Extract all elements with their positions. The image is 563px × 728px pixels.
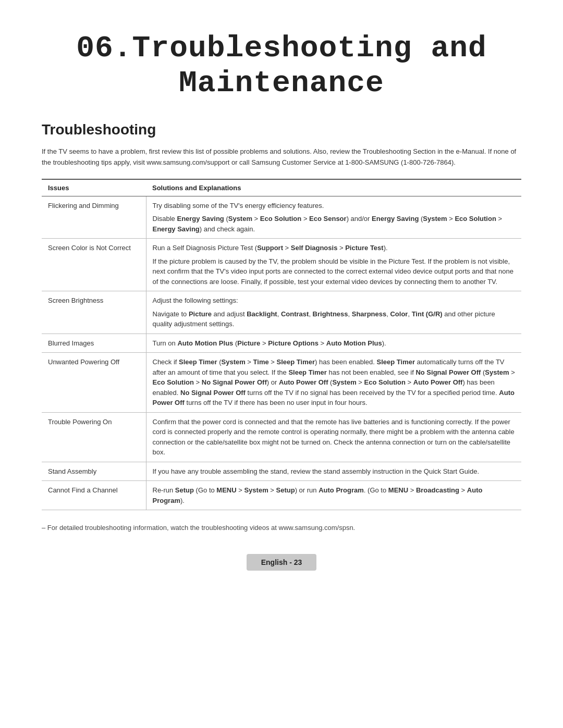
table-row: Flickering and DimmingTry disabling some… bbox=[42, 196, 521, 239]
solution-text: Try disabling some of the TV's energy ef… bbox=[153, 201, 516, 211]
solution-cell: Confirm that the power cord is connected… bbox=[146, 412, 521, 462]
table-row: Unwanted Powering OffCheck if Sleep Time… bbox=[42, 353, 521, 413]
table-row: Screen BrightnessAdjust the following se… bbox=[42, 291, 521, 334]
solution-text: Check if Sleep Timer (System > Time > Sl… bbox=[153, 357, 516, 408]
solution-text: Re-run Setup (Go to MENU > System > Setu… bbox=[153, 485, 516, 505]
table-row: Stand AssemblyIf you have any trouble as… bbox=[42, 462, 521, 481]
intro-text: If the TV seems to have a problem, first… bbox=[42, 146, 521, 168]
solution-text: Adjust the following settings: bbox=[153, 295, 516, 306]
issue-cell: Blurred Images bbox=[42, 334, 146, 353]
page-number-bar: English - 23 bbox=[42, 554, 521, 571]
solution-cell: Try disabling some of the TV's energy ef… bbox=[146, 196, 521, 239]
solution-text: Navigate to Picture and adjust Backlight… bbox=[153, 309, 516, 329]
solution-text: Run a Self Diagnosis Picture Test (Suppo… bbox=[153, 243, 516, 253]
solution-text: If the picture problem is caused by the … bbox=[153, 256, 516, 287]
troubleshooting-table: Issues Solutions and Explanations Flicke… bbox=[42, 179, 521, 511]
solution-cell: Turn on Auto Motion Plus (Picture > Pict… bbox=[146, 334, 521, 353]
section-title: Troubleshooting bbox=[42, 121, 521, 138]
solution-text: Confirm that the power cord is connected… bbox=[153, 417, 516, 458]
solution-cell: Adjust the following settings:Navigate t… bbox=[146, 291, 521, 334]
footer-note: – For detailed troubleshooting informati… bbox=[42, 523, 521, 533]
solution-text: If you have any trouble assembling the s… bbox=[153, 466, 516, 477]
issue-cell: Flickering and Dimming bbox=[42, 196, 146, 239]
solution-cell: Check if Sleep Timer (System > Time > Sl… bbox=[146, 353, 521, 413]
issue-cell: Screen Brightness bbox=[42, 291, 146, 334]
table-row: Blurred ImagesTurn on Auto Motion Plus (… bbox=[42, 334, 521, 353]
col-solutions-header: Solutions and Explanations bbox=[146, 179, 521, 196]
issue-cell: Unwanted Powering Off bbox=[42, 353, 146, 413]
issue-cell: Screen Color is Not Correct bbox=[42, 239, 146, 291]
issue-cell: Stand Assembly bbox=[42, 462, 146, 481]
table-row: Trouble Powering OnConfirm that the powe… bbox=[42, 412, 521, 462]
page-title: 06.Troubleshooting and Maintenance bbox=[42, 31, 521, 101]
col-issues-header: Issues bbox=[42, 179, 146, 196]
solution-text: Turn on Auto Motion Plus (Picture > Pict… bbox=[153, 338, 516, 349]
page-number: English - 23 bbox=[247, 554, 317, 571]
solution-cell: Re-run Setup (Go to MENU > System > Setu… bbox=[146, 481, 521, 510]
solution-text: Disable Energy Saving (System > Eco Solu… bbox=[153, 214, 516, 234]
solution-cell: Run a Self Diagnosis Picture Test (Suppo… bbox=[146, 239, 521, 291]
issue-cell: Trouble Powering On bbox=[42, 412, 146, 462]
table-row: Screen Color is Not CorrectRun a Self Di… bbox=[42, 239, 521, 291]
solution-cell: If you have any trouble assembling the s… bbox=[146, 462, 521, 481]
table-row: Cannot Find a ChannelRe-run Setup (Go to… bbox=[42, 481, 521, 510]
issue-cell: Cannot Find a Channel bbox=[42, 481, 146, 510]
